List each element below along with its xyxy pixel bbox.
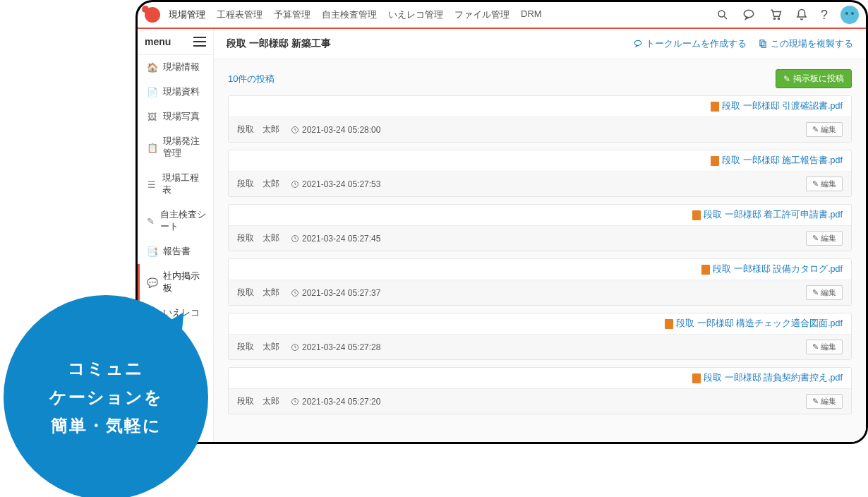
post-item: 段取 一郎様邸 構造チェック適合図面.pdf段取 太郎2021-03-24 05… [228, 313, 852, 360]
post-file-name: 段取 一郎様邸 請負契約書控え.pdf [704, 372, 843, 384]
post-item: 段取 一郎様邸 引渡確認書.pdf段取 太郎2021-03-24 05:28:0… [228, 95, 852, 143]
photos-icon: 🖼 [147, 112, 157, 122]
edit-button[interactable]: ✎編集 [806, 285, 843, 300]
sidebar-item-inspect[interactable]: ✎自主検査シート [138, 203, 213, 239]
cart-icon[interactable] [768, 8, 783, 21]
promo-speech-bubble: コミュニ ケーションを 簡単・気軽に [4, 295, 208, 497]
top-nav: 現場管理工程表管理予算管理自主検査管理いえレコ管理ファイル管理DRM [169, 8, 708, 21]
post-author: 段取 太郎 [237, 341, 279, 353]
sidebar-item-label: 報告書 [163, 246, 191, 258]
post-author: 段取 太郎 [237, 232, 279, 244]
post-author: 段取 太郎 [237, 178, 279, 190]
topnav-item[interactable]: ファイル管理 [454, 8, 510, 21]
sidebar-item-board[interactable]: 💬社内掲示板 [138, 264, 213, 301]
edit-button[interactable]: ✎編集 [806, 176, 843, 191]
sidebar-item-schedule[interactable]: ☰現場工程表 [138, 166, 213, 203]
duplicate-site-link[interactable]: この現場を複製する [758, 38, 853, 50]
search-icon[interactable] [716, 8, 729, 21]
post-file-link[interactable]: 段取 一郎様邸 引渡確認書.pdf [711, 100, 843, 112]
pencil-icon: ✎ [812, 125, 819, 134]
clock-icon [291, 289, 299, 297]
edit-button[interactable]: ✎編集 [806, 394, 843, 409]
help-icon[interactable]: ? [821, 8, 828, 23]
edit-button[interactable]: ✎編集 [806, 122, 843, 137]
post-file-name: 段取 一郎様邸 引渡確認書.pdf [722, 100, 843, 112]
bubble-line: ケーションを [49, 383, 163, 412]
post-file-link[interactable]: 段取 一郎様邸 構造チェック適合図面.pdf [665, 318, 843, 330]
bubble-line: コミュニ [49, 354, 163, 383]
pdf-icon [711, 102, 719, 112]
post-author: 段取 太郎 [237, 124, 279, 136]
pencil-icon: ✎ [812, 179, 819, 188]
pencil-icon: ✎ [812, 342, 819, 352]
new-post-button[interactable]: ✎掲示板に投稿 [776, 69, 852, 88]
sidebar-item-label: 現場情報 [163, 61, 200, 73]
clock-icon [291, 397, 299, 406]
topnav-item[interactable]: 工程表管理 [217, 8, 263, 21]
topnav-item[interactable]: DRM [521, 8, 542, 21]
sidebar-item-label: 社内掲示板 [163, 270, 206, 294]
bubble-line: 簡単・気軽に [49, 412, 163, 441]
clock-icon [291, 126, 299, 134]
app-window: 現場管理工程表管理予算管理自主検査管理いえレコ管理ファイル管理DRM ? men… [135, 0, 868, 444]
topnav-item[interactable]: 現場管理 [169, 8, 205, 21]
post-timestamp: 2021-03-24 05:27:37 [291, 288, 380, 298]
post-file-name: 段取 一郎様邸 設備カタログ.pdf [713, 263, 843, 275]
sidebar-header: menu [138, 29, 213, 55]
sidebar-item-info[interactable]: 🏠現場情報 [138, 55, 213, 80]
post-timestamp: 2021-03-24 05:27:53 [291, 179, 380, 189]
post-timestamp: 2021-03-24 05:28:00 [291, 125, 380, 135]
post-file-link[interactable]: 段取 一郎様邸 設備カタログ.pdf [701, 263, 843, 275]
pdf-icon [665, 319, 673, 329]
sidebar-item-order[interactable]: 📋現場発注管理 [138, 129, 213, 166]
pdf-icon [692, 210, 701, 220]
post-file-link[interactable]: 段取 一郎様邸 着工許可申請書.pdf [692, 209, 843, 221]
pencil-icon: ✎ [812, 397, 819, 406]
page-title: 段取 一郎様邸 新築工事 [227, 37, 331, 50]
post-file-link[interactable]: 段取 一郎様邸 施工報告書.pdf [711, 155, 843, 167]
pdf-icon [692, 373, 701, 383]
svg-point-2 [744, 10, 754, 18]
pencil-icon: ✎ [812, 288, 819, 297]
schedule-icon: ☰ [147, 179, 157, 190]
post-file-name: 段取 一郎様邸 着工許可申請書.pdf [704, 209, 843, 221]
post-timestamp: 2021-03-24 05:27:28 [291, 342, 380, 352]
sidebar-item-label: 現場工程表 [162, 172, 206, 196]
sidebar-item-label: 現場資料 [163, 86, 200, 98]
svg-point-0 [718, 11, 725, 17]
create-talkroom-link[interactable]: トークルームを作成する [633, 38, 747, 50]
post-timestamp: 2021-03-24 05:27:45 [291, 234, 380, 244]
user-avatar[interactable] [840, 6, 859, 24]
pdf-icon [701, 265, 710, 275]
edit-button[interactable]: ✎編集 [806, 340, 843, 354]
sidebar-item-docs[interactable]: 📄現場資料 [138, 80, 213, 104]
edit-button[interactable]: ✎編集 [806, 231, 843, 246]
bell-icon[interactable] [795, 8, 808, 21]
post-item: 段取 一郎様邸 施工報告書.pdf段取 太郎2021-03-24 05:27:5… [228, 150, 852, 197]
post-file-name: 段取 一郎様邸 構造チェック適合図面.pdf [676, 318, 843, 330]
sidebar-item-label: 自主検査シート [160, 209, 206, 233]
post-timestamp: 2021-03-24 05:27:20 [291, 397, 380, 407]
clock-icon [291, 234, 299, 243]
pencil-icon: ✎ [812, 234, 819, 243]
clock-icon [291, 343, 299, 352]
post-count: 10件の投稿 [228, 73, 275, 85]
post-author: 段取 太郎 [237, 395, 279, 407]
post-file-link[interactable]: 段取 一郎様邸 請負契約書控え.pdf [692, 372, 843, 384]
topnav-item[interactable]: 予算管理 [274, 8, 311, 21]
top-icons: ? [716, 6, 859, 24]
inspect-icon: ✎ [147, 216, 155, 227]
topnav-item[interactable]: 自主検査管理 [322, 8, 377, 21]
post-author: 段取 太郎 [237, 287, 279, 299]
main-header: 段取 一郎様邸 新築工事 トークルームを作成する この現場を複製する [214, 29, 866, 59]
hamburger-icon[interactable] [193, 37, 206, 47]
svg-line-1 [724, 16, 727, 19]
app-logo [145, 7, 160, 23]
sidebar-item-photos[interactable]: 🖼現場写真 [138, 104, 213, 129]
sidebar-item-label: 現場発注管理 [163, 136, 206, 160]
chat-icon[interactable] [742, 8, 756, 21]
post-item: 段取 一郎様邸 設備カタログ.pdf段取 太郎2021-03-24 05:27:… [228, 258, 852, 306]
sidebar-item-report[interactable]: 📑報告書 [138, 239, 213, 264]
board-icon: 💬 [147, 277, 157, 288]
topnav-item[interactable]: いえレコ管理 [388, 8, 443, 21]
